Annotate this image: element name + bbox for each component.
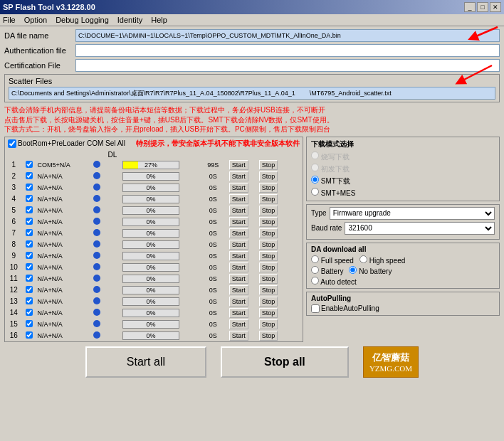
scatter-file-input[interactable] xyxy=(9,87,495,100)
port-stop-1[interactable]: Stop xyxy=(253,171,283,182)
port-checkbox-15[interactable] xyxy=(22,330,36,341)
close-button[interactable]: ✕ xyxy=(490,2,501,12)
port-start-0[interactable]: Start xyxy=(224,159,253,171)
mode-radio-4-label[interactable]: SMT+MES xyxy=(311,188,355,197)
port-stop-13[interactable]: Stop xyxy=(253,307,283,319)
port-stop-10[interactable]: Stop xyxy=(253,273,283,285)
port-start-14[interactable]: Start xyxy=(224,319,253,330)
port-checkbox-6[interactable] xyxy=(22,228,36,239)
port-start-2[interactable]: Start xyxy=(224,182,253,193)
port-start-10[interactable]: Start xyxy=(224,273,253,285)
port-checkbox-11[interactable] xyxy=(22,285,36,296)
port-stop-9[interactable]: Stop xyxy=(253,262,283,273)
type-select[interactable]: Firmware upgrade xyxy=(330,207,495,220)
port-stop-12[interactable]: Stop xyxy=(253,296,283,307)
da-full-speed-radio[interactable] xyxy=(311,255,319,263)
port-dot-10 xyxy=(90,273,104,285)
port-checkbox-14[interactable] xyxy=(22,319,36,330)
table-row: 8 N/A+N/A 0% 0S Start Stop xyxy=(5,239,303,250)
port-start-13[interactable]: Start xyxy=(224,307,253,319)
menu-option[interactable]: Option xyxy=(24,16,47,24)
da-high-speed-label[interactable]: High speed xyxy=(359,255,405,265)
mode-radio-2-label[interactable]: 初发下载 xyxy=(311,164,350,174)
mode-radio-1[interactable] xyxy=(311,152,319,159)
da-file-input[interactable] xyxy=(75,29,500,42)
col-header-time xyxy=(202,150,224,159)
start-all-button[interactable]: Start all xyxy=(85,346,206,378)
port-start-4[interactable]: Start xyxy=(224,205,253,216)
port-start-15[interactable]: Start xyxy=(224,330,253,341)
mode-radio-2[interactable] xyxy=(311,164,319,171)
port-start-9[interactable]: Start xyxy=(224,262,253,273)
port-checkbox-0[interactable] xyxy=(22,159,36,171)
da-auto-detect-label[interactable]: Auto detect xyxy=(311,277,357,286)
port-stop-6[interactable]: Stop xyxy=(253,228,283,239)
port-checkbox-9[interactable] xyxy=(22,262,36,273)
port-checkbox-3[interactable] xyxy=(22,193,36,205)
menu-identity[interactable]: Identity xyxy=(117,16,142,24)
port-checkbox-10[interactable] xyxy=(22,273,36,285)
port-stop-7[interactable]: Stop xyxy=(253,239,283,250)
port-progress-7: 0% xyxy=(121,239,202,250)
baud-select[interactable]: 321600 xyxy=(345,222,495,235)
port-stop-3[interactable]: Stop xyxy=(253,193,283,205)
port-stop-5[interactable]: Stop xyxy=(253,216,283,228)
mode-radio-3[interactable] xyxy=(311,176,319,184)
com-sel-all-checkbox[interactable] xyxy=(8,139,16,148)
port-checkbox-1[interactable] xyxy=(22,171,36,182)
mode-radio-1-label[interactable]: 烧写下载 xyxy=(311,152,350,162)
stop-all-button[interactable]: Stop all xyxy=(221,346,349,378)
menu-file[interactable]: File xyxy=(3,16,16,24)
port-start-11[interactable]: Start xyxy=(224,285,253,296)
menu-help[interactable]: Help xyxy=(151,16,167,24)
port-progress-12: 0% xyxy=(121,296,202,307)
mode-radio-3-label[interactable]: SMT下载 xyxy=(311,176,350,186)
port-start-5[interactable]: Start xyxy=(224,216,253,228)
port-start-6[interactable]: Start xyxy=(224,228,253,239)
port-start-8[interactable]: Start xyxy=(224,250,253,262)
port-checkbox-8[interactable] xyxy=(22,250,36,262)
port-start-3[interactable]: Start xyxy=(224,193,253,205)
port-stop-4[interactable]: Stop xyxy=(253,205,283,216)
port-name-15: N/A+N/A xyxy=(36,330,90,341)
mode-radio-4[interactable] xyxy=(311,188,319,196)
auth-file-input[interactable] xyxy=(75,44,500,57)
auto-checkbox[interactable] xyxy=(311,304,320,313)
port-extra-2 xyxy=(283,182,303,193)
da-full-speed-label[interactable]: Full speed xyxy=(311,255,354,265)
auto-checkbox-label[interactable]: EnableAutoPulling xyxy=(311,304,495,313)
port-stop-0[interactable]: Stop xyxy=(253,159,283,171)
table-row: 12 N/A+N/A 0% 0S Start Stop xyxy=(5,285,303,296)
da-battery-radio[interactable] xyxy=(311,266,319,274)
port-checkbox-4[interactable] xyxy=(22,205,36,216)
port-extra-0 xyxy=(283,159,303,171)
da-high-speed-radio[interactable] xyxy=(359,255,367,263)
com-sel-all-checkbox-label[interactable]: BootRom+PreLoader COM Sel All xyxy=(8,139,125,148)
port-checkbox-12[interactable] xyxy=(22,296,36,307)
port-checkbox-2[interactable] xyxy=(22,182,36,193)
port-stop-2[interactable]: Stop xyxy=(253,182,283,193)
port-checkbox-13[interactable] xyxy=(22,307,36,319)
da-battery-label[interactable]: Battery xyxy=(311,266,343,275)
maximize-button[interactable]: □ xyxy=(477,2,488,12)
port-checkbox-7[interactable] xyxy=(22,239,36,250)
port-start-12[interactable]: Start xyxy=(224,296,253,307)
port-dl-7 xyxy=(104,239,121,250)
da-no-battery-radio[interactable] xyxy=(349,266,357,274)
port-stop-14[interactable]: Stop xyxy=(253,319,283,330)
port-dot-0 xyxy=(90,159,104,171)
port-checkbox-5[interactable] xyxy=(22,216,36,228)
right-panel: 下载模式选择 烧写下载 初发下载 SMT下载 SMT+MES Type Firm… xyxy=(306,137,500,342)
port-stop-11[interactable]: Stop xyxy=(253,285,283,296)
da-no-battery-label[interactable]: No battery xyxy=(349,266,392,275)
menu-debug[interactable]: Debug Logging xyxy=(56,16,109,24)
port-start-7[interactable]: Start xyxy=(224,239,253,250)
port-stop-8[interactable]: Stop xyxy=(253,250,283,262)
da-auto-detect-radio[interactable] xyxy=(311,277,319,285)
port-stop-15[interactable]: Stop xyxy=(253,330,283,341)
cert-file-input[interactable] xyxy=(75,59,500,72)
port-extra-5 xyxy=(283,216,303,228)
minimize-button[interactable]: _ xyxy=(464,2,476,12)
port-start-1[interactable]: Start xyxy=(224,171,253,182)
type-baud-group: Type Firmware upgrade Baud rate 321600 xyxy=(306,204,500,240)
